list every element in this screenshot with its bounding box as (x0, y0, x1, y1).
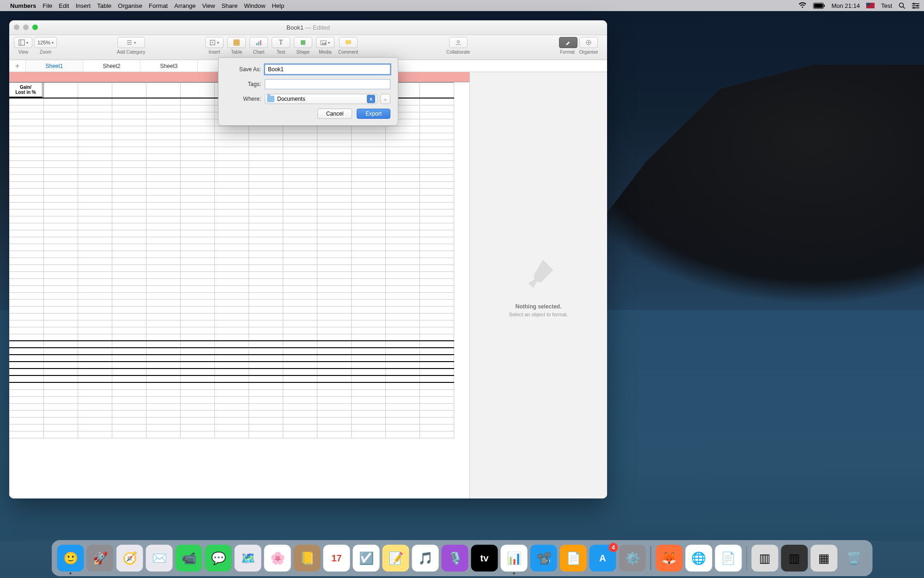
dock-facetime[interactable]: 📹 (176, 545, 202, 572)
dock-launchpad[interactable]: 🚀 (87, 545, 114, 572)
dock-messages[interactable]: 💬 (205, 545, 232, 572)
dock-reminders[interactable]: ☑️ (353, 545, 380, 572)
dock-maps[interactable]: 🗺️ (235, 545, 261, 572)
svg-text:+: + (212, 40, 214, 45)
menu-view[interactable]: View (202, 2, 215, 9)
battery-icon[interactable] (813, 3, 825, 9)
zoom-button-toolbar[interactable]: 125%▾ (34, 37, 57, 48)
cancel-button[interactable]: Cancel (317, 109, 352, 119)
spotlight-icon[interactable] (899, 2, 906, 9)
chart-label: Chart (253, 49, 264, 55)
export-button[interactable]: Export (357, 109, 390, 119)
dock-photos[interactable]: 🌸 (264, 545, 291, 572)
dock-music[interactable]: 🎵 (412, 545, 439, 572)
where-value: Documents (277, 96, 305, 102)
spreadsheet-canvas[interactable]: Gain/Lost in % (9, 72, 469, 498)
menubar-clock[interactable]: Mon 21:14 (832, 2, 860, 9)
table-button[interactable] (227, 37, 246, 48)
menubar: Numbers File Edit Insert Table Organise … (0, 0, 924, 11)
add-sheet-button[interactable]: + (9, 60, 26, 72)
control-center-icon[interactable] (912, 3, 919, 9)
header-cell-gain-lost[interactable]: Gain/Lost in % (9, 83, 43, 98)
dock-tv[interactable]: tv (471, 545, 498, 572)
format-inspector: Nothing selected. Select an object to fo… (469, 72, 607, 498)
close-button[interactable] (14, 25, 19, 30)
menu-organise[interactable]: Organise (118, 2, 142, 9)
dock-recent3[interactable]: ▦ (811, 545, 838, 572)
text-button[interactable]: T (272, 37, 290, 48)
format-button[interactable] (559, 37, 578, 48)
menubar-user[interactable]: Test (881, 2, 892, 9)
comment-button[interactable] (339, 37, 358, 48)
where-select[interactable]: Documents (265, 94, 377, 104)
tab-sheet2[interactable]: Sheet2 (83, 60, 140, 72)
dock-firefox[interactable]: 🦊 (656, 545, 682, 572)
dock-recent2[interactable]: ▥ (781, 545, 808, 572)
view-label: View (14, 49, 33, 55)
minimize-button[interactable] (23, 25, 29, 30)
svg-rect-24 (258, 42, 260, 45)
view-button[interactable]: ▾ (14, 37, 32, 48)
dock-keynote[interactable]: 📽️ (530, 545, 557, 572)
svg-rect-29 (346, 40, 351, 44)
svg-rect-25 (260, 40, 261, 45)
dock-numbers[interactable]: 📊 (501, 545, 528, 572)
table-label: Table (231, 49, 242, 55)
dock-preferences[interactable]: ⚙️ (619, 545, 646, 572)
menu-arrange[interactable]: Arrange (174, 2, 195, 9)
add-category-button[interactable]: ▾ (117, 37, 145, 48)
shape-label: Shape (297, 49, 310, 55)
menu-insert[interactable]: Insert (76, 2, 91, 9)
media-button[interactable]: ▾ (316, 37, 334, 48)
media-label: Media (319, 49, 331, 55)
menu-help[interactable]: Help (272, 2, 284, 9)
expand-dialog-button[interactable]: ⌄ (380, 94, 390, 104)
collaborate-button[interactable] (449, 37, 468, 48)
menu-format[interactable]: Format (149, 2, 168, 9)
text-label: Text (277, 49, 285, 55)
zoom-button[interactable] (32, 25, 38, 30)
insert-button[interactable]: +▾ (205, 37, 224, 48)
menu-edit[interactable]: Edit (59, 2, 69, 9)
dock-contacts[interactable]: 📒 (294, 545, 321, 572)
dock-recent1[interactable]: ▥ (752, 545, 778, 572)
dock-calendar[interactable]: 17 (323, 545, 350, 572)
dock-mail[interactable]: ✉️ (146, 545, 173, 572)
input-source-icon[interactable] (866, 3, 875, 8)
svg-line-4 (903, 6, 905, 8)
zoom-label: Zoom (35, 49, 57, 55)
desktop-mountain (554, 65, 924, 305)
tab-sheet1[interactable]: Sheet1 (26, 60, 83, 72)
wifi-icon[interactable] (798, 2, 807, 9)
save-as-label: Save As: (226, 66, 261, 73)
tab-sheet3[interactable]: Sheet3 (140, 60, 198, 72)
folder-icon (267, 96, 274, 102)
organise-button[interactable] (579, 37, 598, 48)
menu-share[interactable]: Share (221, 2, 237, 9)
brush-icon (518, 253, 559, 295)
menu-table[interactable]: Table (97, 2, 111, 9)
dock-trash[interactable]: 🗑️ (840, 545, 867, 572)
svg-rect-26 (301, 40, 305, 45)
svg-point-8 (913, 3, 915, 5)
dock-appstore[interactable]: A4 (590, 545, 616, 572)
dock-notes[interactable]: 📝 (383, 545, 409, 572)
app-menu[interactable]: Numbers (10, 2, 36, 9)
menu-window[interactable]: Window (244, 2, 265, 9)
svg-point-28 (322, 42, 323, 43)
dock-safari[interactable]: 🧭 (116, 545, 143, 572)
svg-point-9 (917, 5, 918, 6)
titlebar[interactable]: Book1 — Edited (9, 20, 607, 35)
dock-podcasts[interactable]: 🎙️ (442, 545, 468, 572)
shape-button[interactable] (294, 37, 312, 48)
dock-textedit[interactable]: 📄 (715, 545, 742, 572)
dock-chrome[interactable]: 🌐 (685, 545, 712, 572)
tags-input[interactable] (265, 79, 390, 89)
dock-pages[interactable]: 📄 (560, 545, 587, 572)
chart-button[interactable] (249, 37, 268, 48)
dock-finder[interactable]: 🙂 (57, 545, 84, 572)
tags-label: Tags: (226, 81, 261, 87)
svg-point-30 (457, 41, 459, 43)
menu-file[interactable]: File (43, 2, 52, 9)
save-as-input[interactable] (265, 64, 390, 74)
